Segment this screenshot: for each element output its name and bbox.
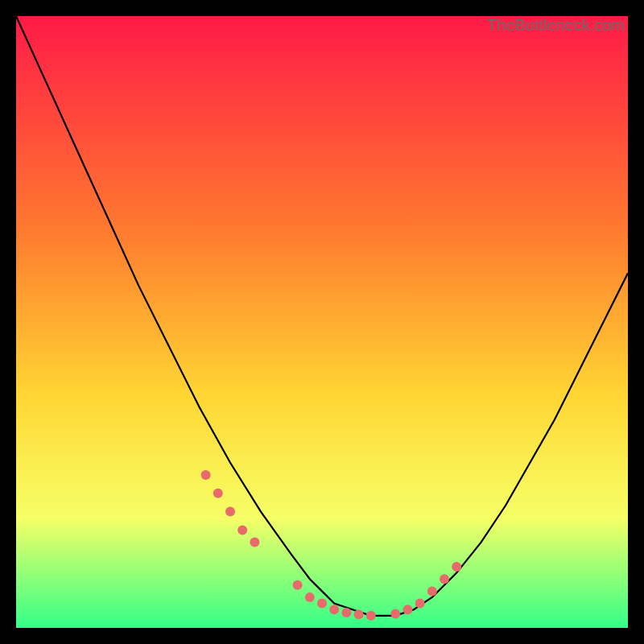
highlight-dot [402, 605, 412, 614]
highlight-dot [390, 609, 400, 619]
chart-svg [16, 16, 628, 628]
highlight-dot [354, 609, 364, 619]
highlight-dot [427, 586, 437, 596]
highlight-dot [329, 605, 339, 614]
highlight-dot [341, 608, 351, 617]
highlight-dot [452, 562, 461, 572]
plot-area: TheBottleneck.com [16, 16, 628, 628]
highlight-dot [415, 599, 425, 609]
highlight-dot [225, 507, 235, 517]
highlight-dot [237, 525, 247, 535]
highlight-dot [305, 592, 315, 602]
watermark-text: TheBottleneck.com [487, 16, 625, 35]
gradient-bg [16, 16, 628, 628]
highlight-dot [317, 599, 327, 609]
highlight-dot [293, 580, 303, 590]
highlight-dot [440, 574, 449, 584]
chart-frame: TheBottleneck.com [16, 16, 628, 628]
highlight-dot [366, 611, 376, 621]
highlight-dot [201, 470, 211, 480]
highlight-dot [213, 489, 223, 498]
highlight-dot [250, 538, 259, 547]
